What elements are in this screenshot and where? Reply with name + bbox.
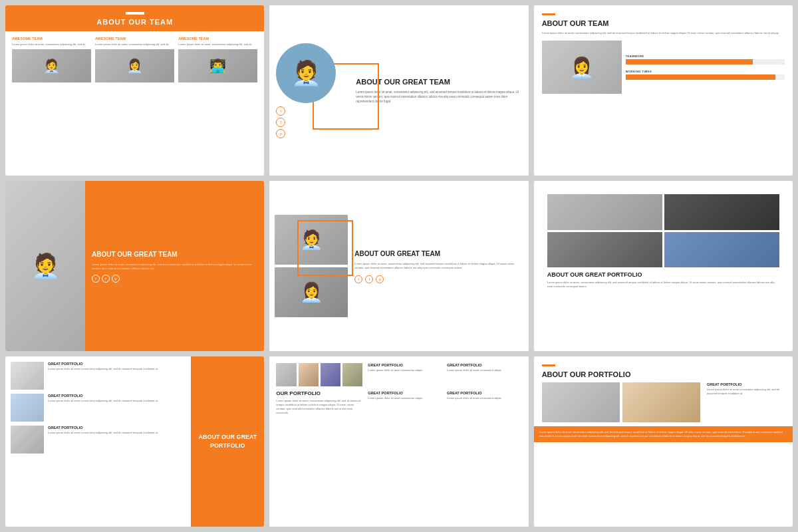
slide6-title: ABOUT OUR GREAT PORTFOLIO <box>547 271 779 278</box>
slide1-col-3: AWESOME TEAM Lorem ipsum dolor sit amet,… <box>178 37 257 82</box>
slide8-section-body: Lorem ipsum dolor sit amet, consectetur … <box>276 399 362 415</box>
slide3-bar-working-fill: 94% <box>626 74 775 80</box>
slide5-facebook-icon[interactable]: f <box>365 275 373 283</box>
slide3-bottom: 👩‍💼 TEAMWORK 80% WORKING TIMES 94% <box>542 41 785 94</box>
slide9-img-left <box>542 382 620 422</box>
slide3-bar-teamwork-track: 80% <box>626 59 785 65</box>
slide6-pg3 <box>547 232 662 268</box>
slide1-col3-title: AWESOME TEAM <box>178 37 257 41</box>
slide6-pg2 <box>664 194 779 230</box>
slide4-socials: t f p <box>92 275 257 283</box>
slide3-body: Lorem ipsum dolor sit amet, consectetur … <box>542 31 785 35</box>
slide3-bar-teamwork: TEAMWORK 80% <box>626 55 785 65</box>
slide9-orange-footer: Lorem ipsum dolor sit amet, consectetur … <box>534 426 793 442</box>
slide7-item1-title: GREAT PORTFOLIO <box>48 362 158 366</box>
slide7-item2-text: GREAT PORTFOLIO Lorem ipsum dolor sit am… <box>48 394 158 403</box>
slide-5: 🧑‍💼 👩‍💼 ABOUT OUR GREAT TEAM Lorem ipsum… <box>269 181 528 351</box>
slide2-body: Lorem ipsum dolor sit amet, consectetur … <box>356 90 521 104</box>
slide1-col2-text: Lorem ipsum dolor sit amet, consectetur … <box>95 43 174 47</box>
slide5-title: ABOUT OUR GREAT TEAM <box>354 249 523 258</box>
slide1-col2-person: 👩‍💼 <box>95 49 174 82</box>
slide8-img4 <box>342 363 362 386</box>
slide1-col3-person: 👨‍💻 <box>178 49 257 82</box>
slide7-item1-body: Lorem ipsum dolor sit amet consec tetur … <box>48 367 158 371</box>
slide7-right-orange: ABOUT OUR GREAT PORTFOLIO <box>191 356 264 527</box>
slide7-item3-title: GREAT PORTFOLIO <box>48 426 158 430</box>
slide3-bar-working: WORKING TIMES 94% <box>626 70 785 80</box>
slide1-col3-img: 👨‍💻 <box>178 49 257 82</box>
slide7-item2: GREAT PORTFOLIO Lorem ipsum dolor sit am… <box>11 394 186 422</box>
slide8-port1: GREAT PORTFOLIO Lorem ipsum dolor sit am… <box>368 363 443 387</box>
slide-7: GREAT PORTFOLIO Lorem ipsum dolor sit am… <box>5 356 264 527</box>
slide4-twitter-icon[interactable]: t <box>92 275 100 283</box>
slide4-pinterest-icon[interactable]: p <box>112 275 120 283</box>
slide1-col1-img: 🧑‍💼 <box>12 49 91 82</box>
slide2-social-icons: t f p <box>276 106 349 138</box>
slide2-title: ABOUT OUR GREAT TEAM <box>356 77 521 86</box>
slide3-bar-teamwork-label: TEAMWORK <box>626 55 785 58</box>
slide9-title: ABOUT OUR PORTFOLIO <box>542 370 785 378</box>
slide3-bar-teamwork-pct: 80% <box>778 59 783 65</box>
slide1-columns: AWESOME TEAM Lorem ipsum dolor sit amet,… <box>5 31 264 86</box>
slide7-orange-title: ABOUT OUR GREAT PORTFOLIO <box>198 433 257 450</box>
slide8-imgs <box>276 363 362 386</box>
slide1-header: ABOUT OUR TEAM <box>5 5 264 31</box>
slide4-left-img: 🧑‍💼 <box>5 181 85 351</box>
slide3-bar-teamwork-fill: 80% <box>626 59 753 65</box>
slide-4: 🧑‍💼 ABOUT OUR GREAT TEAM Lorem ipsum dol… <box>5 181 264 351</box>
slide1-col1-text: Lorem ipsum dolor sit amet, consectetur … <box>12 43 91 47</box>
slide7-item3: GREAT PORTFOLIO Lorem ipsum dolor sit am… <box>11 426 186 454</box>
slide7-item2-body: Lorem ipsum dolor sit amet consec tetur … <box>48 399 158 403</box>
slide8-port2: GREAT PORTFOLIO Lorem ipsum dolor sit am… <box>447 363 522 387</box>
slide6-pg4 <box>664 232 779 268</box>
slide9-top-imgs: GREAT PORTFOLIO Lorem ipsum dolor sit am… <box>542 382 785 422</box>
slide7-layout: GREAT PORTFOLIO Lorem ipsum dolor sit am… <box>5 356 264 527</box>
slide2-pinterest-icon[interactable]: p <box>276 129 285 138</box>
slide8-port2-text: Lorem ipsum dolor sit amet consectetur a… <box>447 368 522 372</box>
slide1-col2-img: 👩‍💼 <box>95 49 174 82</box>
slide5-socials: t f p <box>354 275 523 283</box>
slide-3: ABOUT OUR TEAM Lorem ipsum dolor sit ame… <box>534 5 793 176</box>
slide-grid: ABOUT OUR TEAM AWESOME TEAM Lorem ipsum … <box>0 0 798 532</box>
slide5-twitter-icon[interactable]: t <box>354 275 362 283</box>
slide8-port4-text: Lorem ipsum dolor sit amet consectetur a… <box>447 396 522 400</box>
slide6-pg1 <box>547 194 662 230</box>
slide4-facebook-icon[interactable]: f <box>102 275 110 283</box>
slide2-facebook-icon[interactable]: f <box>276 118 285 127</box>
slide8-section-title: OUR PORTFOLIO <box>276 390 362 396</box>
slide8-port2-title: GREAT PORTFOLIO <box>447 363 522 367</box>
slide2-right: ABOUT OUR GREAT TEAM Lorem ipsum dolor s… <box>356 77 521 104</box>
slide1-col3-text: Lorem ipsum dolor sit amet, consectetur … <box>178 43 257 47</box>
slide1-col-1: AWESOME TEAM Lorem ipsum dolor sit amet,… <box>12 37 91 82</box>
slide2-circle-img: 🧑‍💼 <box>276 43 336 103</box>
slide7-item3-text: GREAT PORTFOLIO Lorem ipsum dolor sit am… <box>48 426 158 435</box>
slide5-img-top: 🧑‍💼 <box>275 215 348 265</box>
slide7-item1: GREAT PORTFOLIO Lorem ipsum dolor sit am… <box>11 362 186 390</box>
slide7-item2-title: GREAT PORTFOLIO <box>48 394 158 398</box>
slide6-inner: ABOUT OUR GREAT PORTFOLIO Lorem ipsum do… <box>541 188 786 295</box>
slide1-col-2: AWESOME TEAM Lorem ipsum dolor sit amet,… <box>95 37 174 82</box>
slide4-body: Lorem ipsum dolor sit amet, consectetur … <box>92 263 257 271</box>
slide8-port4: GREAT PORTFOLIO Lorem ipsum dolor sit am… <box>447 391 522 415</box>
slide2-twitter-icon[interactable]: t <box>276 106 285 116</box>
slide9-accent <box>542 364 555 366</box>
slide7-item3-body: Lorem ipsum dolor sit amet consec tetur … <box>48 431 158 435</box>
slide1-col2-title: AWESOME TEAM <box>95 37 174 41</box>
slide7-item3-img <box>11 426 44 454</box>
slide1-col1-title: AWESOME TEAM <box>12 37 91 41</box>
slide-2: 🧑‍💼 t f p ABOUT OUR GREAT TEAM Lorem ips… <box>269 5 528 176</box>
slide-8: OUR PORTFOLIO Lorem ipsum dolor sit amet… <box>269 356 528 527</box>
slide5-pinterest-icon[interactable]: p <box>376 275 384 283</box>
slide5-right: ABOUT OUR GREAT TEAM Lorem ipsum dolor s… <box>348 249 523 283</box>
slide3-bar-working-track: 94% <box>626 74 785 80</box>
slide5-body: Lorem ipsum dolor sit amet, consectetur … <box>354 262 523 270</box>
slide6-body: Lorem ipsum dolor sit amet, consectetur … <box>547 281 779 289</box>
slide1-title: ABOUT OUR TEAM <box>5 18 264 26</box>
slide8-layout: OUR PORTFOLIO Lorem ipsum dolor sit amet… <box>276 363 521 415</box>
slide4-right: ABOUT OUR GREAT TEAM Lorem ipsum dolor s… <box>85 181 264 351</box>
slide5-images: 🧑‍💼 👩‍💼 <box>275 215 348 317</box>
slide8-port4-title: GREAT PORTFOLIO <box>447 391 522 395</box>
slide8-port3-title: GREAT PORTFOLIO <box>368 391 443 395</box>
slide7-item2-img <box>11 394 44 422</box>
slide6-portfolio-grid <box>547 194 779 267</box>
